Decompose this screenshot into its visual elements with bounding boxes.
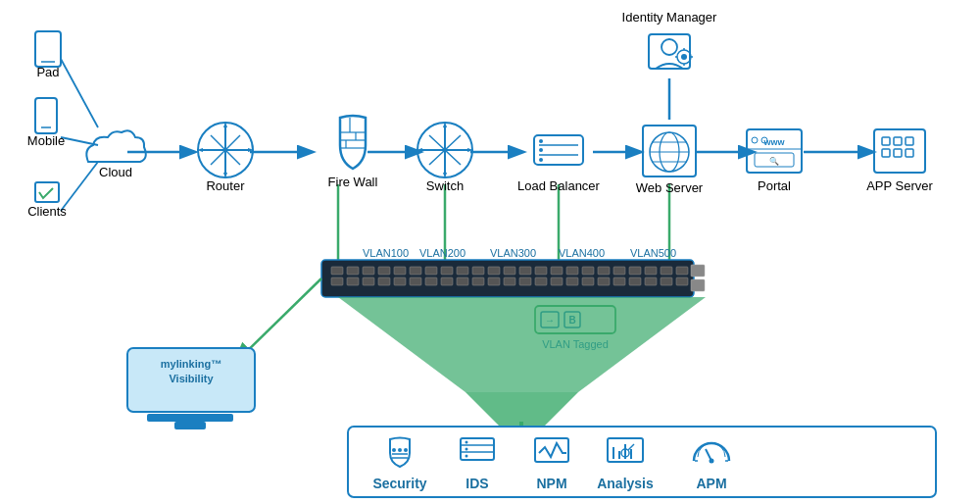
svg-point-80	[404, 448, 408, 452]
npm-label: NPM	[536, 476, 566, 491]
svg-point-98	[710, 459, 714, 464]
security-label: Security	[372, 476, 426, 491]
svg-rect-52	[535, 277, 547, 285]
svg-point-78	[392, 448, 396, 452]
svg-rect-23	[441, 267, 453, 275]
svg-rect-152	[906, 137, 913, 145]
svg-marker-69	[338, 297, 706, 392]
svg-rect-19	[378, 267, 390, 275]
switch-label: Switch	[426, 178, 464, 193]
vlan500-label: VLAN500	[630, 247, 676, 259]
visibility-label2: Visibility	[169, 373, 214, 384]
svg-point-157	[662, 39, 677, 55]
analysis-label: Analysis	[597, 476, 654, 491]
svg-rect-36	[645, 267, 657, 275]
svg-rect-105	[35, 182, 59, 202]
svg-rect-51	[519, 277, 531, 285]
svg-rect-54	[566, 277, 578, 285]
svg-rect-57	[613, 277, 625, 285]
svg-rect-32	[582, 267, 594, 275]
svg-rect-43	[394, 277, 406, 285]
svg-rect-41	[363, 277, 374, 285]
svg-rect-53	[551, 277, 563, 285]
svg-rect-150	[882, 137, 890, 145]
svg-rect-151	[894, 137, 902, 145]
loadbalancer-label: Load Balancer	[517, 178, 601, 193]
svg-rect-25	[472, 267, 484, 275]
pad-label: Pad	[36, 65, 59, 79]
svg-rect-35	[629, 267, 641, 275]
svg-point-87	[466, 448, 468, 451]
svg-rect-62	[691, 265, 705, 277]
clients-label: Clients	[27, 204, 67, 219]
svg-point-135	[539, 158, 543, 162]
svg-rect-34	[613, 267, 625, 275]
svg-rect-47	[457, 277, 468, 285]
svg-rect-58	[629, 277, 641, 285]
svg-rect-49	[488, 277, 500, 285]
vlan100-label: VLAN100	[363, 247, 409, 259]
svg-rect-22	[425, 267, 437, 275]
svg-point-134	[539, 148, 543, 152]
svg-rect-42	[378, 277, 390, 285]
svg-rect-55	[582, 277, 594, 285]
svg-rect-39	[331, 277, 343, 285]
svg-rect-59	[645, 277, 657, 285]
vlan200-label: VLAN200	[419, 247, 466, 259]
svg-rect-18	[363, 267, 374, 275]
svg-rect-20	[394, 267, 406, 275]
webserver-label: Web Server	[636, 180, 704, 195]
svg-rect-38	[676, 267, 688, 275]
svg-rect-40	[347, 277, 359, 285]
svg-rect-33	[598, 267, 610, 275]
svg-point-88	[466, 455, 468, 458]
apm-label: APM	[696, 476, 726, 491]
svg-rect-31	[566, 267, 578, 275]
svg-rect-75	[147, 414, 233, 422]
svg-rect-63	[691, 279, 705, 291]
vlan300-label: VLAN300	[490, 247, 536, 259]
svg-point-145	[752, 137, 758, 143]
svg-rect-76	[174, 422, 206, 429]
svg-rect-50	[504, 277, 515, 285]
router-label: Router	[206, 178, 245, 193]
ids-label: IDS	[466, 476, 488, 491]
svg-rect-37	[661, 267, 672, 275]
svg-rect-136	[643, 126, 696, 176]
network-diagram: VLAN100 VLAN200 VLAN300 VLAN400 VLAN500 …	[0, 0, 980, 504]
svg-point-133	[539, 139, 543, 143]
svg-rect-30	[551, 267, 563, 275]
mobile-label: Mobile	[27, 133, 65, 148]
svg-rect-16	[331, 267, 343, 275]
svg-rect-45	[425, 277, 437, 285]
svg-point-159	[681, 54, 687, 60]
appserver-label: APP Server	[866, 178, 933, 193]
firewall-label: Fire Wall	[328, 175, 378, 189]
svg-line-11	[61, 59, 98, 127]
svg-point-86	[466, 441, 468, 444]
svg-rect-56	[598, 277, 610, 285]
svg-rect-17	[347, 267, 359, 275]
svg-point-79	[398, 448, 402, 452]
svg-rect-24	[457, 267, 468, 275]
identitymanager-label: Identity Manager	[622, 10, 718, 25]
portal-label: Portal	[758, 178, 791, 193]
svg-text:🔍: 🔍	[769, 156, 779, 166]
svg-rect-29	[535, 267, 547, 275]
svg-rect-46	[441, 277, 453, 285]
svg-rect-44	[410, 277, 421, 285]
svg-rect-155	[906, 149, 913, 157]
svg-rect-153	[882, 149, 890, 157]
svg-rect-26	[488, 267, 500, 275]
svg-rect-154	[894, 149, 902, 157]
svg-rect-61	[676, 277, 688, 285]
svg-rect-21	[410, 267, 421, 275]
svg-rect-48	[472, 277, 484, 285]
svg-rect-28	[519, 267, 531, 275]
svg-rect-60	[661, 277, 672, 285]
svg-rect-27	[504, 267, 515, 275]
visibility-label: mylinking™	[161, 358, 221, 370]
cloud-label: Cloud	[99, 165, 132, 179]
vlan400-label: VLAN400	[559, 247, 605, 259]
